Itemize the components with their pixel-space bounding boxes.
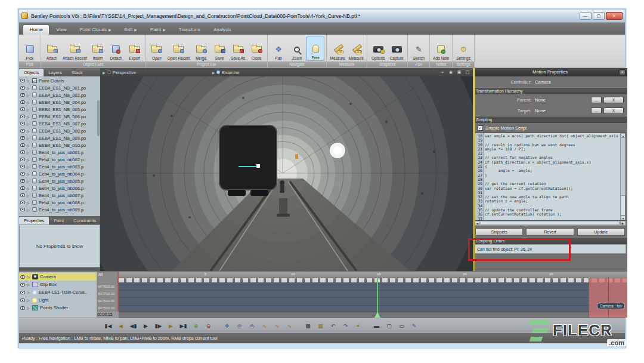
tab-layers[interactable]: Layers bbox=[44, 69, 67, 76]
tree-item[interactable]: ▷Eeb4_to_yus_nb001.p bbox=[19, 149, 100, 156]
frame-all-button[interactable]: ❖ bbox=[221, 321, 233, 331]
close-button[interactable]: ✕ bbox=[606, 12, 623, 20]
tab-constraints[interactable]: Constraints bbox=[69, 217, 101, 224]
visibility-eye-icon[interactable] bbox=[20, 122, 25, 125]
expand-icon[interactable]: ▷ bbox=[27, 122, 30, 126]
step-back-button[interactable]: ◀▮ bbox=[128, 321, 139, 331]
layout-wide-button[interactable]: ▬ bbox=[371, 321, 382, 331]
tree-item[interactable]: ▷EEB4_ES1_NB_008.po bbox=[19, 127, 100, 134]
menu-tab-view[interactable]: View bbox=[49, 25, 73, 35]
visibility-eye-icon[interactable] bbox=[20, 291, 25, 294]
expand-icon[interactable]: ▷ bbox=[27, 208, 30, 212]
parent-browse-button[interactable]: ... bbox=[591, 97, 602, 103]
visibility-eye-icon[interactable] bbox=[20, 208, 25, 211]
adjust-button[interactable]: ✦ bbox=[352, 321, 364, 331]
close-button[interactable]: Close bbox=[247, 36, 265, 61]
settings-button[interactable]: ⚙Settings bbox=[454, 36, 472, 61]
scene-item-camera[interactable]: ▷Camera bbox=[19, 273, 97, 281]
tree-item[interactable]: ▷EEB4_ES1_NB_004.po bbox=[19, 99, 100, 106]
attach-recent-button[interactable]: Attach Recent bbox=[61, 36, 88, 61]
viewport-maximize-icon[interactable]: ▣ bbox=[456, 70, 462, 75]
scene-item-light[interactable]: ▷Light bbox=[19, 296, 97, 304]
step-forward-button[interactable]: ▮▶ bbox=[153, 321, 164, 331]
tree-item[interactable]: ▷Eeb4_to_yus_nb004.p bbox=[19, 170, 100, 177]
expand-icon[interactable]: ▷ bbox=[27, 129, 30, 133]
expand-icon[interactable]: ▷ bbox=[27, 282, 30, 287]
target-clear-button[interactable]: X bbox=[603, 107, 624, 114]
title-bar[interactable]: Bentley Pointools V8i : B:\Files\TYSSE\1… bbox=[19, 10, 625, 23]
measure-button[interactable]: xyzMeasure bbox=[329, 36, 346, 61]
pane-perspective-label[interactable]: ▶ Perspective bbox=[103, 70, 136, 75]
open-button[interactable]: Open bbox=[148, 36, 166, 61]
collapse-icon[interactable]: ▽ bbox=[27, 79, 30, 83]
tree-item[interactable]: ▷Eeb4_to_yus_nb005.p bbox=[19, 177, 100, 184]
scroll-left-icon[interactable]: ◀ bbox=[475, 221, 480, 225]
redo-button[interactable]: ↷ bbox=[340, 321, 351, 331]
timeline[interactable]: 510152025 Camera : fov All 947800.009477… bbox=[97, 271, 627, 318]
viewport-3d[interactable]: ▶ Perspective ▶ Examine + ◉ ▣ ▢ bbox=[100, 68, 473, 271]
menu-tab-point-clouds[interactable]: Point Clouds▶ bbox=[73, 25, 118, 35]
scroll-up-icon[interactable]: ▲ bbox=[621, 133, 626, 138]
layout-box-button[interactable]: ▢ bbox=[383, 321, 395, 331]
keyframe-bar[interactable] bbox=[119, 278, 627, 282]
root-checkbox[interactable]: ✓ bbox=[32, 78, 37, 83]
script-editor[interactable]: 1819202122232425262728293031323334353637… bbox=[474, 133, 626, 221]
visibility-eye-icon[interactable] bbox=[20, 158, 25, 161]
merge-button[interactable]: Merge bbox=[192, 36, 210, 61]
tree-item[interactable]: ▷EEB4_ES1_NB_006.po bbox=[19, 113, 100, 120]
film-settings-button[interactable]: ▦ bbox=[315, 321, 326, 331]
visibility-eye-icon[interactable] bbox=[20, 306, 25, 310]
expand-icon[interactable]: ▷ bbox=[27, 306, 30, 310]
options-button[interactable]: Options bbox=[369, 36, 387, 61]
tree-item[interactable]: ▷EEB4_ES1_NB_010.po bbox=[19, 141, 100, 149]
tab-stack[interactable]: Stack bbox=[67, 69, 88, 76]
expand-icon[interactable]: ▷ bbox=[27, 86, 30, 90]
visibility-eye-icon[interactable] bbox=[20, 201, 25, 204]
expand-icon[interactable]: ▷ bbox=[27, 290, 30, 294]
pane-examine-label[interactable]: ▶ Examine bbox=[212, 70, 240, 75]
curve-stepped-button[interactable]: ∿ bbox=[284, 321, 295, 331]
visibility-eye-icon[interactable] bbox=[20, 299, 25, 302]
viewport-close-icon[interactable]: ▢ bbox=[465, 70, 470, 75]
zoom-region-button[interactable]: ◎ bbox=[246, 321, 258, 331]
next-key-button[interactable]: ▶ bbox=[165, 321, 177, 331]
remove-key-button[interactable]: ⊖ bbox=[203, 321, 214, 331]
tree-item[interactable]: ▷Eeb4_to_yus_nb007.p bbox=[19, 192, 100, 199]
parent-clear-button[interactable]: X bbox=[603, 97, 624, 103]
visibility-eye-icon[interactable] bbox=[20, 143, 25, 147]
visibility-eye-icon[interactable] bbox=[20, 93, 25, 97]
enable-script-checkbox[interactable]: ✓ bbox=[478, 125, 483, 131]
tree-item[interactable]: ▷EEB4_ES1_NB_001.po bbox=[19, 84, 100, 91]
objects-scrollbar[interactable] bbox=[97, 100, 100, 136]
snippets-button[interactable]: Snippets bbox=[475, 228, 523, 236]
tree-item[interactable]: ▷EEB4_ES1_NB_009.po bbox=[19, 134, 100, 141]
timeline-all-label[interactable]: All bbox=[97, 272, 117, 278]
film-strip-button[interactable]: ▦ bbox=[302, 321, 314, 331]
minimize-button[interactable]: — bbox=[580, 12, 592, 20]
play-button[interactable]: ▶ bbox=[140, 321, 151, 331]
visibility-eye-icon[interactable] bbox=[20, 275, 25, 279]
visibility-eye-icon[interactable] bbox=[20, 136, 25, 140]
zoom-button[interactable]: Zoom bbox=[288, 36, 306, 61]
layout-note-button[interactable]: ▭ bbox=[396, 321, 407, 331]
tab-properties[interactable]: Properties bbox=[19, 217, 49, 224]
tree-item[interactable]: ▷Eeb4_to_yus_nb006.p bbox=[19, 184, 100, 192]
curve-smooth-button[interactable]: ∿ bbox=[259, 321, 270, 331]
scene-item-clip-box[interactable]: ▷Clip Box bbox=[19, 281, 97, 288]
menu-tab-home[interactable]: Home bbox=[23, 24, 49, 35]
tree-item[interactable]: ▷Eeb4_to_yus_nb003.p bbox=[19, 163, 100, 170]
timeline-playhead[interactable] bbox=[377, 278, 378, 318]
visibility-eye-icon[interactable] bbox=[20, 186, 25, 190]
expand-icon[interactable]: ▷ bbox=[27, 201, 30, 205]
viewport-add-icon[interactable]: + bbox=[439, 70, 445, 75]
expand-icon[interactable]: ▷ bbox=[27, 179, 30, 183]
visibility-eye-icon[interactable] bbox=[20, 172, 25, 176]
scroll-right-icon[interactable]: ▶ bbox=[620, 221, 626, 225]
tree-item[interactable]: ▷EEB4_ES1_NB_002.po bbox=[19, 91, 100, 99]
script-vscrollbar[interactable]: ▲ ▼ bbox=[620, 133, 626, 220]
draw-path-button[interactable]: ✎ bbox=[408, 321, 420, 331]
pick-button[interactable]: Pick bbox=[21, 36, 39, 61]
tree-item[interactable]: ▷Eeb4_to_yus_nb008.p bbox=[19, 199, 100, 206]
expand-icon[interactable]: ▷ bbox=[27, 275, 30, 279]
visibility-eye-icon[interactable] bbox=[20, 165, 25, 168]
